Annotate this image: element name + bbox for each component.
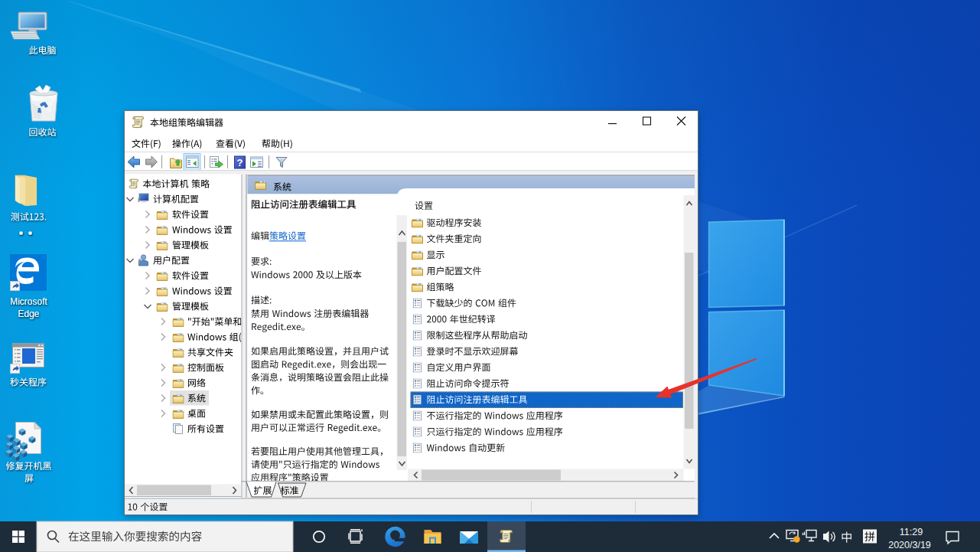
svg-text:?: ? <box>237 157 243 168</box>
svg-text:Microsoft: Microsoft <box>10 296 47 307</box>
svg-text:2020/3/19: 2020/3/19 <box>888 540 931 550</box>
svg-text:Edge: Edge <box>18 309 39 319</box>
svg-text:11:29: 11:29 <box>900 527 923 537</box>
